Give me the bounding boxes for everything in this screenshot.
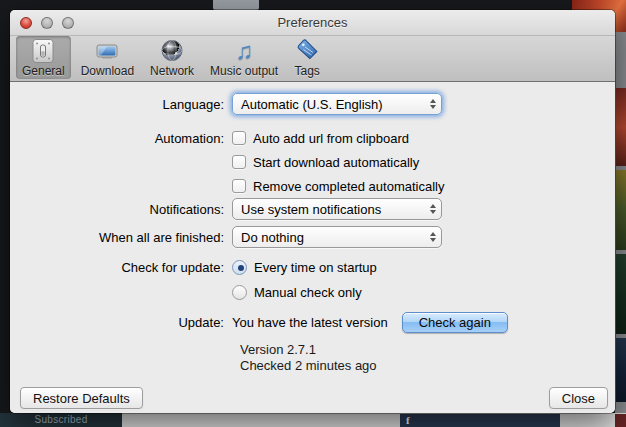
preferences-window: Preferences General [10, 10, 615, 413]
check-update-label: Check for update: [10, 260, 232, 275]
background-thumbnail [616, 254, 626, 334]
last-checked-text: Checked 2 minutes ago [240, 358, 377, 373]
background-window-fragment [213, 0, 259, 10]
version-text: Version 2.7.1 [240, 342, 316, 357]
update-label: Update: [10, 315, 232, 330]
automation-label: Automation: [10, 131, 232, 146]
update-status-text: You have the latest version [232, 315, 388, 330]
switch-icon [30, 38, 56, 64]
tab-network[interactable]: Network [144, 36, 200, 79]
notifications-label: Notifications: [10, 202, 232, 217]
title-bar[interactable]: Preferences [10, 10, 615, 36]
tab-download-label: Download [81, 64, 134, 78]
tag-icon [294, 38, 320, 64]
background-corner [615, 414, 626, 427]
background-thumbnail [616, 170, 626, 250]
when-finished-value: Do nothing [241, 230, 304, 245]
popup-arrows-icon [430, 94, 436, 114]
monitor-icon [94, 38, 120, 64]
language-select[interactable]: Automatic (U.S. English) [232, 93, 442, 115]
minimize-window-button[interactable] [41, 17, 53, 29]
popup-arrows-icon [430, 199, 436, 219]
tab-music-output[interactable]: ♫ Music output [204, 36, 284, 79]
tab-network-label: Network [150, 64, 194, 78]
when-finished-select[interactable]: Do nothing [232, 226, 442, 248]
update-manual-label: Manual check only [254, 285, 362, 300]
when-finished-label: When all are finished: [10, 230, 232, 245]
window-title: Preferences [10, 10, 615, 36]
tab-download[interactable]: Download [75, 36, 140, 79]
start-download-label: Start download automatically [253, 155, 419, 170]
music-note-icon: ♫ [235, 38, 253, 64]
tab-tags-label: Tags [294, 64, 319, 78]
zoom-window-button[interactable] [62, 17, 74, 29]
remove-completed-label: Remove completed automatically [253, 179, 444, 194]
facebook-icon: f [406, 414, 410, 426]
preferences-content: Language: Automatic (U.S. English) Autom… [10, 83, 615, 413]
restore-defaults-button[interactable]: Restore Defaults [20, 387, 143, 409]
tab-tags[interactable]: Tags [288, 36, 326, 79]
preferences-toolbar: General Download [10, 36, 615, 82]
background-thumbnail [616, 338, 626, 402]
background-social-bar: f [400, 414, 560, 427]
check-again-button[interactable]: Check again [402, 312, 508, 333]
background-thumbnail [616, 88, 626, 166]
language-label: Language: [10, 97, 232, 112]
language-value: Automatic (U.S. English) [241, 97, 383, 112]
start-download-checkbox[interactable] [232, 155, 246, 169]
tab-music-output-label: Music output [210, 64, 278, 78]
background-subscribed-text: Subscribed [0, 413, 122, 427]
notifications-select[interactable]: Use system notifications [232, 198, 442, 220]
auto-add-url-label: Auto add url from clipboard [253, 131, 409, 146]
close-window-button[interactable] [20, 17, 32, 29]
remove-completed-checkbox[interactable] [232, 179, 246, 193]
globe-icon [159, 38, 185, 64]
tab-general[interactable]: General [16, 36, 71, 79]
update-manual-radio[interactable] [232, 285, 247, 300]
notifications-value: Use system notifications [241, 202, 381, 217]
update-startup-label: Every time on startup [254, 260, 377, 275]
auto-add-url-checkbox[interactable] [232, 131, 246, 145]
close-button[interactable]: Close [549, 387, 608, 409]
popup-arrows-icon [430, 227, 436, 247]
tab-general-label: General [22, 64, 65, 78]
update-startup-radio[interactable] [232, 260, 247, 275]
